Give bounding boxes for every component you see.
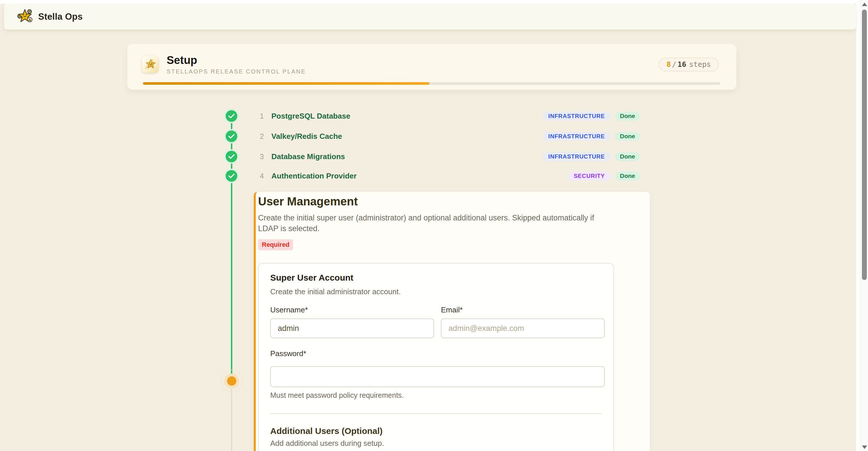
password-field[interactable]	[270, 366, 605, 387]
app-root: Stella Ops	[0, 0, 856, 451]
email-field[interactable]	[441, 319, 605, 338]
step-number: 4	[256, 172, 264, 180]
check-icon	[224, 149, 239, 164]
window-frame-edge	[0, 0, 856, 4]
user-management-panel: User Management Create the initial super…	[254, 192, 650, 451]
password-hint: Must meet password policy requirements.	[270, 391, 605, 399]
form-description: Create the initial administrator account…	[270, 287, 605, 296]
scrollbar-thumb[interactable]	[862, 9, 867, 280]
status-badge: Done	[615, 171, 640, 181]
timeline-upcoming-line	[231, 388, 232, 451]
email-label: Email*	[441, 305, 605, 315]
step-number: 1	[256, 112, 264, 120]
steps-count-separator: /	[672, 60, 677, 69]
username-field[interactable]	[270, 319, 434, 338]
additional-users-description: Add additional users during setup.	[270, 439, 605, 448]
steps-done-count: 8	[666, 60, 671, 69]
step-row-auth-provider[interactable]: 4 Authentication Provider SECURITY Done	[224, 169, 640, 183]
step-label[interactable]: Database Migrations	[271, 152, 345, 161]
status-badge: Done	[615, 152, 640, 161]
top-navbar: Stella Ops	[4, 4, 856, 30]
section-title: User Management	[258, 194, 650, 208]
check-icon	[224, 169, 239, 183]
setup-progress-fill	[143, 82, 429, 85]
check-icon	[224, 129, 239, 143]
vertical-scrollbar[interactable]	[860, 0, 868, 451]
page-title: Setup	[167, 54, 306, 67]
steps-suffix: steps	[689, 60, 711, 69]
form-title: Super User Account	[270, 273, 605, 283]
category-badge: INFRASTRUCTURE	[543, 152, 611, 161]
check-icon	[224, 109, 239, 123]
scroll-up-icon[interactable]	[862, 3, 867, 6]
current-step-dot	[220, 370, 243, 392]
page-subtitle: STELLAOPS RELEASE CONTROL PLANE	[167, 68, 306, 75]
step-row-valkey-redis[interactable]: 2 Valkey/Redis Cache INFRASTRUCTURE Done	[224, 129, 640, 143]
status-badge: Done	[615, 112, 640, 121]
super-user-form-card: Super User Account Create the initial ad…	[258, 263, 614, 451]
category-badge: SECURITY	[568, 171, 611, 181]
steps-progress-badge: 8 / 16 steps	[658, 58, 719, 71]
required-badge: Required	[258, 239, 293, 250]
additional-users-title: Additional Users (Optional)	[270, 426, 605, 436]
step-number: 2	[256, 132, 264, 140]
brand-title: Stella Ops	[38, 11, 83, 22]
setup-logo-star-icon	[142, 56, 159, 73]
category-badge: INFRASTRUCTURE	[543, 132, 611, 141]
username-label: Username*	[270, 305, 434, 315]
password-label: Password*	[270, 349, 605, 358]
section-description: Create the initial super user (administr…	[258, 213, 595, 234]
step-label[interactable]: Authentication Provider	[271, 171, 357, 181]
steps-total-count: 16	[678, 60, 686, 69]
setup-header-card: Setup STELLAOPS RELEASE CONTROL PLANE 8 …	[127, 44, 736, 90]
category-badge: INFRASTRUCTURE	[543, 112, 611, 121]
step-label[interactable]: PostgreSQL Database	[271, 112, 350, 121]
scroll-down-icon[interactable]	[862, 446, 867, 449]
step-label[interactable]: Valkey/Redis Cache	[271, 132, 342, 141]
app-logo-star-icon	[17, 9, 33, 25]
section-divider	[270, 413, 602, 414]
setup-progress-bar	[143, 82, 720, 85]
step-row-postgresql[interactable]: 1 PostgreSQL Database INFRASTRUCTURE Don…	[224, 109, 640, 123]
step-number: 3	[256, 153, 264, 161]
status-badge: Done	[615, 132, 640, 141]
step-row-db-migrations[interactable]: 3 Database Migrations INFRASTRUCTURE Don…	[224, 149, 640, 164]
